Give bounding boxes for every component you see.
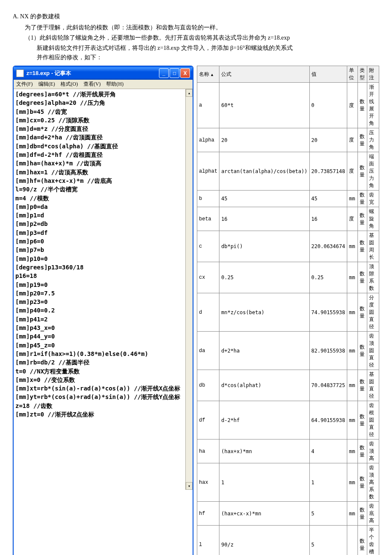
table-cell: 齿底高 — [367, 502, 379, 526]
table-cell: 半个齿槽宽 — [367, 526, 379, 555]
table-cell: cx — [197, 262, 219, 293]
col-name[interactable]: 名称 — [197, 66, 219, 83]
table-cell: 数量 — [357, 526, 367, 555]
table-cell: 数量 — [357, 231, 367, 262]
table-row[interactable]: dbd*cos(alphat)70.04837725mm数量基圆直径 — [197, 370, 379, 401]
table-cell: 度 — [347, 152, 358, 191]
table-cell: 数量 — [357, 262, 367, 293]
table-cell: 60*t — [219, 83, 309, 128]
scroll-up-arrow[interactable]: ▴ — [186, 89, 193, 97]
col-unit[interactable]: 单位 — [347, 66, 358, 83]
col-type[interactable]: 类型 — [357, 66, 367, 83]
menu-help[interactable]: 帮助(H) — [106, 81, 124, 87]
table-cell: d+2*ha — [219, 332, 309, 370]
close-button[interactable]: X — [180, 68, 190, 78]
table-cell: mm — [347, 370, 358, 401]
vertical-scrollbar[interactable]: ▴ ▾ — [185, 89, 193, 490]
notepad-window: z=18.exp - 记事本 _ □ X 文件(F) 编辑(E) 格式(O) 查… — [13, 66, 193, 555]
table-cell: 数量 — [357, 401, 367, 439]
table-cell: 数量 — [357, 439, 367, 463]
table-row[interactable]: hax11mm数量齿顶高系数 — [197, 463, 379, 502]
table-cell: 0.25 — [309, 262, 347, 293]
menu-view[interactable]: 查看(V) — [84, 81, 101, 87]
table-row[interactable]: b4545mm数量齿宽 — [197, 191, 379, 207]
table-cell: 数量 — [357, 83, 367, 128]
col-note[interactable]: 附注 — [367, 66, 379, 83]
table-cell: 82.90155938 — [309, 332, 347, 370]
table-cell: 1 — [219, 463, 309, 502]
table-row[interactable]: alpha2020度数量压力角 — [197, 128, 379, 152]
table-cell: 数量 — [357, 191, 367, 207]
window-titlebar[interactable]: z=18.exp - 记事本 _ □ X — [14, 66, 193, 80]
table-cell: 5 — [309, 502, 347, 526]
table-cell: 64.90155938 — [309, 401, 347, 439]
step1-line3: 并作相应的修改，如下： — [37, 54, 379, 61]
maximize-button[interactable]: □ — [170, 68, 179, 78]
menu-bar: 文件(F) 编辑(E) 格式(O) 查看(V) 帮助(H) — [14, 80, 193, 89]
table-row[interactable]: dad+2*ha82.90155938mm数量齿顶圆直径 — [197, 332, 379, 370]
table-cell: mm — [347, 231, 358, 262]
menu-format[interactable]: 格式(O) — [61, 81, 78, 87]
table-cell: 数量 — [357, 463, 367, 502]
table-row[interactable]: dfd-2*hf64.90155938mm数量齿根圆直径 — [197, 401, 379, 439]
col-value[interactable]: 值 — [309, 66, 347, 83]
table-cell: mm — [347, 191, 358, 207]
table-cell: 分度圆直径 — [367, 293, 379, 332]
table-cell: (hax+x)*mn — [219, 439, 309, 463]
table-cell: arctan(tan(alpha)/cos(beta)) — [219, 152, 309, 191]
menu-file[interactable]: 文件(F) — [16, 81, 33, 87]
table-cell: mm — [347, 293, 358, 332]
table-cell: 数量 — [357, 370, 367, 401]
table-cell: d-2*hf — [219, 401, 309, 439]
table-cell: alpha — [197, 128, 219, 152]
col-formula[interactable]: 公式 — [219, 66, 309, 83]
file-icon — [16, 69, 24, 77]
table-cell: 数量 — [357, 152, 367, 191]
table-cell: 5 — [309, 526, 347, 555]
table-cell — [347, 526, 358, 555]
table-cell: 螺旋角 — [367, 207, 379, 231]
notepad-content[interactable]: [degrees]a=60*t //渐开线展开角 [degrees]alpha=… — [14, 89, 185, 490]
table-cell: db*pi() — [219, 231, 309, 262]
table-cell: 齿顶圆直径 — [367, 332, 379, 370]
table-cell: 20.73857148 — [309, 152, 347, 191]
table-row[interactable]: hf(hax+cx-x)*mn5mm数量齿底高 — [197, 502, 379, 526]
table-cell: 4 — [309, 439, 347, 463]
table-cell: 74.90155938 — [309, 293, 347, 332]
table-cell: 齿顶高系数 — [367, 463, 379, 502]
table-cell: 齿宽 — [367, 191, 379, 207]
section-heading: A. NX 的参数建模 — [13, 13, 379, 20]
table-cell: 16 — [219, 207, 309, 231]
table-cell: beta — [197, 207, 219, 231]
table-cell: 1 — [309, 463, 347, 502]
table-cell: 70.04837725 — [309, 370, 347, 401]
table-cell: 数量 — [357, 128, 367, 152]
table-cell: ha — [197, 439, 219, 463]
table-row[interactable]: l90/z5数量半个齿槽宽 — [197, 526, 379, 555]
menu-edit[interactable]: 编辑(E) — [38, 81, 55, 87]
table-row[interactable]: a60*t0度数量渐开线展开角 — [197, 83, 379, 128]
table-cell: d*cos(alphat) — [219, 370, 309, 401]
table-cell: 45 — [309, 191, 347, 207]
step1-line1: （1）此斜齿轮除了螺旋角之外，还要增加一些参数。先打开直齿齿轮将其表达式导出并命… — [25, 34, 379, 42]
table-row[interactable]: alphatarctan(tan(alpha)/cos(beta))20.738… — [197, 152, 379, 191]
table-row[interactable]: dmn*z/cos(beta)74.90155938mm数量分度圆直径 — [197, 293, 379, 332]
parameter-table-1: 名称 公式 值 单位 类型 附注 a60*t0度数量渐开线展开角alpha202… — [197, 66, 379, 555]
table-cell: 20 — [309, 128, 347, 152]
table-cell: mm — [347, 502, 358, 526]
table-row[interactable]: cx0.250.25mm数量顶隙系数 — [197, 262, 379, 293]
table-cell: df — [197, 401, 219, 439]
table-cell: 数量 — [357, 502, 367, 526]
table-row[interactable]: beta1616度数量螺旋角 — [197, 207, 379, 231]
minimize-button[interactable]: _ — [159, 68, 169, 78]
table-row[interactable]: ha(hax+x)*mn4mm数量齿顶高 — [197, 439, 379, 463]
scroll-track[interactable] — [186, 97, 193, 482]
table-cell: 顶隙系数 — [367, 262, 379, 293]
table-cell: mn*z/cos(beta) — [219, 293, 309, 332]
table-row[interactable]: cdb*pi()220.0634674mm数量基圆周长 — [197, 231, 379, 262]
scroll-down-arrow[interactable]: ▾ — [186, 482, 193, 490]
table-cell: db — [197, 370, 219, 401]
table-cell: hf — [197, 502, 219, 526]
table-cell: 齿根圆直径 — [367, 401, 379, 439]
table-cell: 端面压力角 — [367, 152, 379, 191]
